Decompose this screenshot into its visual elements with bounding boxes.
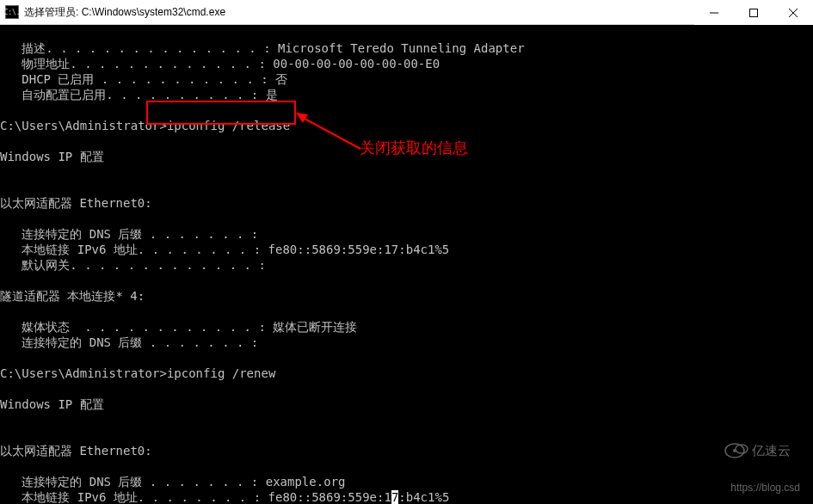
output-line: 描述. . . . . . . . . . . . . . . : Micros…	[0, 41, 525, 55]
window-title: 选择管理员: C:\Windows\system32\cmd.exe	[24, 5, 225, 20]
output-line: Windows IP 配置	[0, 150, 104, 163]
output-line: :b4c1%5	[398, 490, 449, 504]
output-line: 以太网适配器 Ethernet0:	[0, 196, 152, 210]
output-line: DHCP 已启用 . . . . . . . . . . . : 否	[0, 72, 287, 86]
output-line: 默认网关. . . . . . . . . . . . . :	[0, 258, 266, 272]
svg-text:亿速云: 亿速云	[751, 444, 791, 458]
output-line: 连接特定的 DNS 后缀 . . . . . . . : example.org	[0, 475, 345, 489]
svg-point-8	[733, 449, 736, 452]
output-line: 本地链接 IPv6 地址. . . . . . . . : fe80::5869…	[0, 243, 449, 256]
watermark-logo-icon: 亿速云	[693, 423, 800, 480]
command-release: ipconfig /release	[167, 119, 290, 132]
output-line: 以太网适配器 Ethernet0:	[0, 444, 152, 458]
output-line: 自动配置已启用. . . . . . . . . . : 是	[0, 88, 278, 101]
window-titlebar: C:\. 选择管理员: C:\Windows\system32\cmd.exe	[0, 0, 813, 25]
svg-rect-1	[750, 9, 758, 16]
output-line: 隧道适配器 本地连接* 4:	[0, 289, 145, 303]
prompt: C:\Users\Administrator>	[0, 119, 167, 132]
terminal-output[interactable]: 描述. . . . . . . . . . . . . . . : Micros…	[0, 25, 813, 504]
prompt: C:\Users\Administrator>	[0, 366, 167, 380]
annotation-arrow-icon	[296, 113, 365, 156]
cmd-icon: C:\.	[5, 5, 19, 19]
output-line: 媒体状态 . . . . . . . . . . . . : 媒体已断开连接	[0, 320, 357, 334]
annotation-text: 关闭获取的信息	[360, 140, 468, 156]
output-line: Windows IP 配置	[0, 397, 104, 411]
output-line: 本地链接 IPv6 地址. . . . . . . . : fe80::5869…	[0, 490, 391, 504]
watermark-url: https://blog.csd	[730, 480, 800, 495]
minimize-button[interactable]	[694, 0, 734, 25]
output-line: 物理地址. . . . . . . . . . . . . : 00-00-00…	[0, 57, 440, 71]
command-renew: ipconfig /renew	[167, 366, 275, 380]
svg-line-4	[303, 118, 360, 149]
window-controls	[694, 0, 813, 25]
svg-marker-5	[296, 113, 308, 123]
close-button[interactable]	[773, 0, 813, 25]
maximize-button[interactable]	[734, 0, 773, 25]
output-line: 连接特定的 DNS 后缀 . . . . . . . :	[0, 335, 258, 349]
output-line: 连接特定的 DNS 后缀 . . . . . . . :	[0, 227, 258, 241]
